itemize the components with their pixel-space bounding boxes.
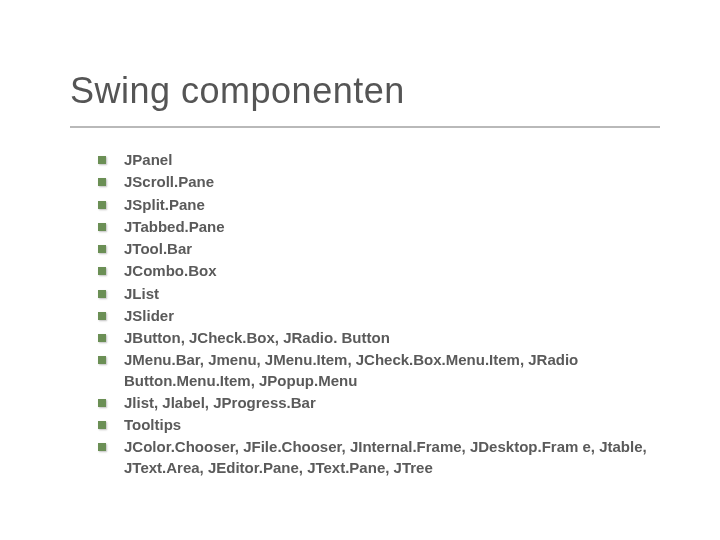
list-item: JSplit.Pane xyxy=(98,195,660,215)
list-item: JTabbed.Pane xyxy=(98,217,660,237)
list-item: JColor.Chooser, JFile.Chooser, JInternal… xyxy=(98,437,660,478)
list-item: JMenu.Bar, Jmenu, JMenu.Item, JCheck.Box… xyxy=(98,350,660,391)
list-item: JScroll.Pane xyxy=(98,172,660,192)
list-item: JButton, JCheck.Box, JRadio. Button xyxy=(98,328,660,348)
list-item: JPanel xyxy=(98,150,660,170)
list-item: JCombo.Box xyxy=(98,261,660,281)
bullet-list: JPanel JScroll.Pane JSplit.Pane JTabbed.… xyxy=(70,150,660,478)
list-item: Jlist, Jlabel, JProgress.Bar xyxy=(98,393,660,413)
slide: Swing componenten JPanel JScroll.Pane JS… xyxy=(0,0,720,540)
list-item: JSlider xyxy=(98,306,660,326)
list-item: JTool.Bar xyxy=(98,239,660,259)
page-title: Swing componenten xyxy=(70,70,660,112)
list-item: JList xyxy=(98,284,660,304)
list-item: Tooltips xyxy=(98,415,660,435)
title-underline xyxy=(70,126,660,128)
